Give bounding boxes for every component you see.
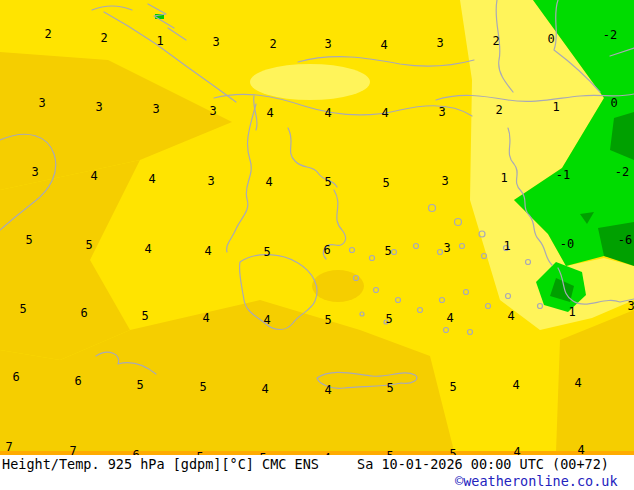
map-footer: Height/Temp. 925 hPa [gdpm][°C] CMC ENS … <box>0 455 634 490</box>
temp-value: 2 <box>44 28 51 40</box>
temp-value: 4 <box>577 444 584 455</box>
temp-value: 6 <box>80 307 87 319</box>
temp-value: 6 <box>12 371 19 383</box>
temp-value: 5 <box>449 448 456 455</box>
temp-value: 4 <box>381 107 388 119</box>
temp-value: 4 <box>204 245 211 257</box>
temp-value: 7 <box>69 445 76 455</box>
temp-value: -2 <box>603 29 617 41</box>
temp-value: -1 <box>556 169 570 181</box>
temp-value: 4 <box>261 383 268 395</box>
temp-value: 4 <box>324 384 331 396</box>
map-canvas <box>0 0 634 455</box>
temp-value: 5 <box>136 379 143 391</box>
temp-value: 0 <box>547 33 554 45</box>
temp-value: 3 <box>443 242 450 254</box>
temp-value: 4 <box>324 107 331 119</box>
temp-value: 3 <box>152 103 159 115</box>
temp-value: 4 <box>513 446 520 455</box>
temp-value: 1 <box>503 240 510 252</box>
map-title: Height/Temp. 925 hPa [gdpm][°C] CMC ENS <box>2 457 319 471</box>
temp-value: 5 <box>385 313 392 325</box>
temp-value: 5 <box>382 177 389 189</box>
temp-value: 5 <box>199 381 206 393</box>
temp-value: 3 <box>38 97 45 109</box>
temp-value: 4 <box>507 310 514 322</box>
temp-value: 2 <box>495 104 502 116</box>
temp-value: 3 <box>627 300 634 312</box>
temp-value: 5 <box>384 245 391 257</box>
temp-value: 2 <box>269 38 276 50</box>
temp-value: 5 <box>324 314 331 326</box>
temp-value: 6 <box>74 375 81 387</box>
temp-value: 5 <box>19 303 26 315</box>
temp-value: 1 <box>156 35 163 47</box>
temp-value: 3 <box>436 37 443 49</box>
temp-value: -6 <box>618 234 632 246</box>
temp-value: 3 <box>95 101 102 113</box>
temp-value: 4 <box>148 173 155 185</box>
temp-value: 4 <box>144 243 151 255</box>
temp-value: 7 <box>5 441 12 453</box>
temp-value: 5 <box>25 234 32 246</box>
valid-time: Sa 10-01-2026 00:00 UTC (00+72) <box>357 457 609 471</box>
temp-value: 5 <box>141 310 148 322</box>
temp-value: 3 <box>438 106 445 118</box>
credit-link[interactable]: ©weatheronline.co.uk <box>455 474 618 488</box>
temp-value: 3 <box>212 36 219 48</box>
temp-value: 4 <box>266 107 273 119</box>
temp-value: 3 <box>207 175 214 187</box>
temp-value: 5 <box>386 382 393 394</box>
temp-value: 5 <box>85 239 92 251</box>
temp-value: 4 <box>380 39 387 51</box>
temp-value: 3 <box>209 105 216 117</box>
temp-value: 3 <box>31 166 38 178</box>
temp-value: 2 <box>100 32 107 44</box>
temp-value: 5 <box>263 246 270 258</box>
temp-value: 4 <box>263 314 270 326</box>
temp-value: -0 <box>560 238 574 250</box>
temp-value: 5 <box>324 176 331 188</box>
temp-value: 4 <box>446 312 453 324</box>
temp-value: 1 <box>500 172 507 184</box>
temp-value: 3 <box>324 38 331 50</box>
temp-value: 2 <box>492 35 499 47</box>
temp-value: 3 <box>441 175 448 187</box>
forecast-map: 2213234320-233334443210344345531-1-25544… <box>0 0 634 455</box>
temp-value: 4 <box>574 377 581 389</box>
temp-value: 1 <box>552 101 559 113</box>
temp-value: 4 <box>90 170 97 182</box>
temp-value: 1 <box>568 306 575 318</box>
temp-value: 6 <box>323 244 330 256</box>
temp-value: 0 <box>610 97 617 109</box>
temp-value: 4 <box>512 379 519 391</box>
temp-value: 5 <box>449 381 456 393</box>
temp-value: 4 <box>265 176 272 188</box>
temp-value: -2 <box>615 166 629 178</box>
weather-map-page: 2213234320-233334443210344345531-1-25544… <box>0 0 634 490</box>
temp-value: 4 <box>202 312 209 324</box>
